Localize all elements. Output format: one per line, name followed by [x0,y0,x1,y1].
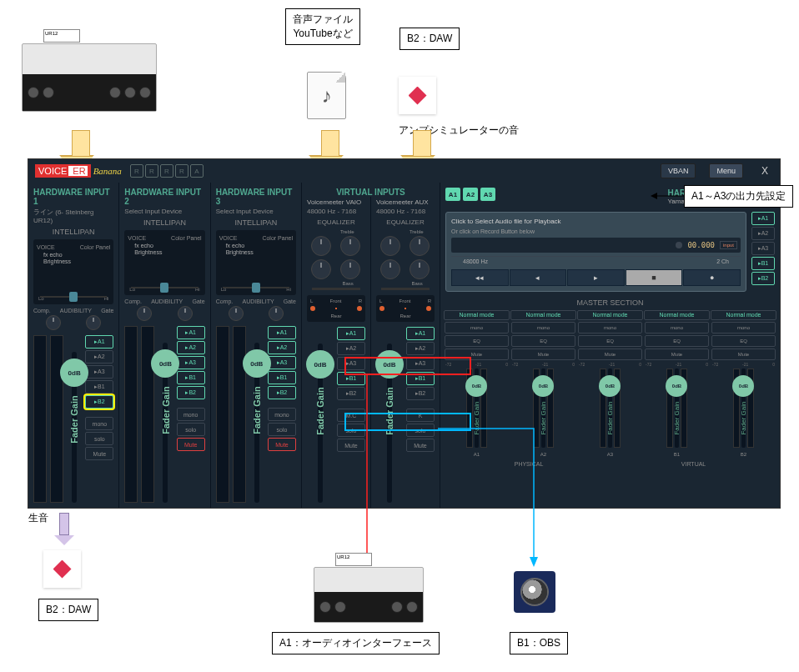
comp-knob[interactable] [229,306,244,321]
lr-panel[interactable]: LFrontR Rear [307,295,365,322]
mono-button[interactable]: mono [177,408,205,421]
intellipan-panel[interactable]: VOICEColor Panel fx echoBrightness LoHi [33,239,113,304]
fader[interactable]: 0dBFader Gain [249,326,264,503]
tape-a1[interactable]: ▸A1 [751,212,775,225]
master-fader[interactable]: 0dBFader Gain [712,369,775,448]
mute-button[interactable]: Mute [268,438,296,451]
close-button[interactable]: X [756,163,773,179]
route-a3[interactable]: ▸A3 [85,365,113,379]
eq-knob[interactable] [340,236,360,256]
route-b2[interactable]: ▸B2 [337,387,365,400]
mute-button[interactable]: Mute [645,349,709,360]
route-a1[interactable]: ▸A1 [406,327,435,340]
mute-button[interactable]: Mute [177,438,205,451]
comp-knob[interactable] [46,315,61,330]
tape-b2[interactable]: ▸B2 [751,272,775,285]
mono-button[interactable]: mono [85,417,113,430]
mode-button[interactable]: Normal mode [444,310,510,320]
tape-b1[interactable]: ▸B1 [751,257,775,270]
route-b2[interactable]: ▸B2 [85,395,113,409]
route-a2[interactable]: ▸A2 [85,350,113,364]
route-a1[interactable]: ▸A1 [268,326,296,339]
rewind-button[interactable]: ◂◂ [451,269,509,286]
stop-button[interactable]: ■ [626,269,683,286]
route-b1[interactable]: ▸B1 [406,372,435,385]
route-a2[interactable]: ▸A2 [406,342,435,355]
fader[interactable]: 0dBFader Gain [376,327,403,503]
route-a3[interactable]: ▸A3 [268,356,296,369]
mode-button[interactable]: Normal mode [644,310,710,320]
hw1-title[interactable]: HARDWARE INPUT 1 [33,188,113,206]
master-fader[interactable]: 0dBFader Gain [445,369,508,448]
mute-button[interactable]: Mute [711,349,776,360]
route-b1[interactable]: ▸B1 [177,371,205,384]
eq-button[interactable]: EQ [645,335,709,347]
fader[interactable]: 0dBFader Gain [307,327,334,503]
fader[interactable]: 0dBFader Gain [67,335,82,503]
comp-knob[interactable] [137,306,152,321]
eq-knob[interactable] [311,259,331,279]
route-b1[interactable]: ▸B1 [268,371,296,384]
tape-a3[interactable]: ▸A3 [751,242,775,255]
hw2-device[interactable]: Select Input Device [124,208,204,215]
mono-button[interactable]: mono [578,322,642,333]
mute-button[interactable]: Mute [85,447,113,460]
out-a2[interactable]: A2 [463,188,478,201]
eq-knob[interactable] [311,236,331,256]
hw3-device[interactable]: Select Input Device [216,208,296,215]
mc-button[interactable]: M.C [337,409,365,422]
route-b1[interactable]: ▸B1 [85,380,113,394]
hw1-device[interactable]: ライン (6- Steinberg UR12) [33,208,113,224]
route-b2[interactable]: ▸B2 [406,387,435,400]
eq-knob[interactable] [380,259,400,279]
hw3-title[interactable]: HARDWARE INPUT 3 [216,188,296,206]
mute-button[interactable]: Mute [337,439,365,452]
out-a3[interactable]: A3 [480,188,495,201]
lr-panel[interactable]: LFrontR Rear [376,295,435,322]
hw2-title[interactable]: HARDWARE INPUT 2 [124,188,204,206]
route-a1[interactable]: ▸A1 [337,327,365,340]
eq-button[interactable]: EQ [711,335,776,347]
eq-knob[interactable] [410,259,430,279]
solo-button[interactable]: solo [337,424,365,437]
route-a2[interactable]: ▸A2 [177,341,205,354]
eq-knob[interactable] [340,259,360,279]
route-b1[interactable]: ▸B1 [337,372,365,385]
play-button[interactable]: ▸ [567,269,625,286]
mode-button[interactable]: Normal mode [711,310,776,320]
mode-button[interactable]: Normal mode [510,310,576,320]
route-a1[interactable]: ▸A1 [85,335,113,349]
mode-button[interactable]: Normal mode [577,310,643,320]
route-a1[interactable]: ▸A1 [177,326,205,339]
tape-a2[interactable]: ▸A2 [751,227,775,240]
mono-button[interactable]: mono [445,322,509,333]
route-a2[interactable]: ▸A2 [337,342,365,355]
route-b2[interactable]: ▸B2 [268,386,296,399]
route-a3[interactable]: ▸A3 [337,357,365,370]
eq-button[interactable]: EQ [578,335,642,347]
back-button[interactable]: ◂ [510,269,567,286]
mono-button[interactable]: mono [511,322,575,333]
eq-button[interactable]: EQ [445,335,509,347]
gate-knob[interactable] [86,315,101,330]
master-fader[interactable]: 0dBFader Gain [579,369,641,448]
route-a3[interactable]: ▸A3 [406,357,435,370]
tape-input-badge[interactable]: input [720,241,737,249]
route-a2[interactable]: ▸A2 [268,341,296,354]
tape-message[interactable]: Click to Select Audio file for Playback [451,218,741,225]
gate-knob[interactable] [178,306,193,321]
fader[interactable]: 0dBFader Gain [158,326,173,503]
route-b2[interactable]: ▸B2 [177,386,205,399]
eq-knob[interactable] [410,236,430,256]
master-fader[interactable]: 0dBFader Gain [646,369,708,448]
eq-button[interactable]: EQ [511,335,575,347]
solo-button[interactable]: solo [268,423,296,436]
mute-button[interactable]: Mute [445,349,509,360]
intellipan-panel[interactable]: VOICEColor Panel fx echoBrightness LoHi [216,230,296,295]
record-button[interactable]: ● [683,269,741,286]
solo-button[interactable]: solo [85,432,113,445]
k-button[interactable]: K [406,409,435,422]
mono-button[interactable]: mono [645,322,709,333]
gate-knob[interactable] [269,306,284,321]
mute-button[interactable]: Mute [511,349,575,360]
